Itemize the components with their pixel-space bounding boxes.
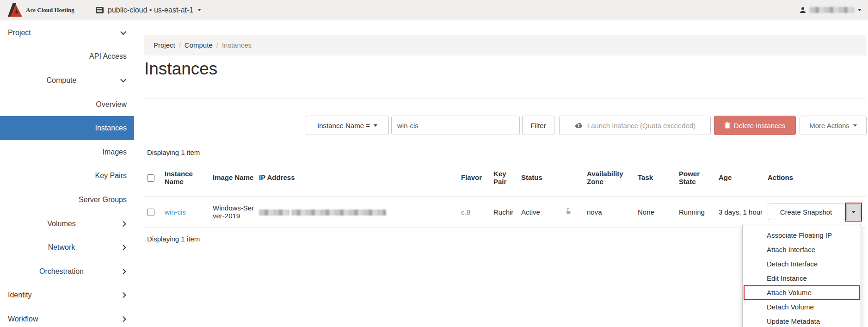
- sidebar-item-label: Workflow: [8, 315, 38, 323]
- list-icon: [96, 7, 104, 13]
- chevron-down-icon: [853, 124, 857, 127]
- col-header-task[interactable]: Task: [638, 159, 679, 196]
- menu-item-detach-volume[interactable]: Detach Volume: [743, 300, 861, 314]
- table-toolbar: Instance Name = Filter Launch Instance (…: [144, 116, 867, 135]
- launch-instance-label: Launch Instance (Quota exceeded): [587, 122, 696, 130]
- sidebar-item-label: Volumes: [47, 220, 75, 228]
- trash-icon: [725, 122, 730, 129]
- col-header-status[interactable]: Status: [521, 159, 565, 196]
- menu-item-attach-volume[interactable]: Attach Volume: [744, 285, 860, 300]
- cell-instance-name: win-cis: [165, 196, 213, 228]
- sidebar-item-label: Instances: [95, 124, 127, 132]
- filter-button[interactable]: Filter: [522, 116, 554, 135]
- brand-logo-icon: [6, 3, 23, 18]
- filter-button-label: Filter: [530, 122, 546, 130]
- sidebar-item-network[interactable]: Network: [0, 235, 134, 259]
- breadcrumb-compute[interactable]: Compute: [185, 41, 213, 49]
- breadcrumb-project[interactable]: Project: [154, 41, 175, 49]
- create-snapshot-button[interactable]: Create Snapshot: [768, 204, 844, 220]
- chevron-right-icon: [120, 245, 126, 251]
- col-header-age[interactable]: Age: [719, 159, 768, 196]
- sidebar-item-overview[interactable]: Overview: [0, 93, 134, 117]
- sidebar-item-images[interactable]: Images: [0, 140, 134, 164]
- filter-field-label: Instance Name =: [317, 122, 370, 130]
- annotation-highlight-caret: [845, 203, 862, 222]
- breadcrumb-current: Instances: [222, 41, 252, 49]
- sidebar-item-label: API Access: [89, 52, 127, 61]
- cell-lock-state: [565, 196, 587, 228]
- cell-availability-zone: nova: [587, 196, 638, 228]
- chevron-right-icon: [120, 221, 126, 227]
- user-menu[interactable]: [800, 7, 862, 13]
- row-actions-menu: Associate Floating IP Attach Interface D…: [742, 224, 861, 327]
- sidebar-item-label: Network: [48, 243, 75, 252]
- page-title: Instances: [144, 59, 217, 79]
- sidebar-item-label: Identity: [8, 291, 32, 299]
- select-all-checkbox[interactable]: [147, 174, 154, 182]
- col-header-key-pair[interactable]: Key Pair: [493, 159, 521, 196]
- sidebar-item-label: Orchestration: [39, 267, 84, 276]
- brand: Ace Cloud Hosting: [6, 3, 83, 18]
- menu-item-edit-instance[interactable]: Edit Instance: [743, 271, 861, 285]
- sidebar-item-compute[interactable]: Compute: [0, 68, 134, 93]
- chevron-down-icon: [120, 77, 126, 83]
- menu-item-update-metadata[interactable]: Update Metadata: [743, 314, 861, 327]
- sidebar-item-key-pairs[interactable]: Key Pairs: [0, 164, 134, 188]
- project-region-switcher[interactable]: public-cloud • us-east-at-1: [96, 6, 201, 14]
- menu-item-detach-interface[interactable]: Detach Interface: [743, 257, 861, 271]
- sidebar-item-identity[interactable]: Identity: [0, 284, 134, 308]
- flavor-link[interactable]: c.8: [461, 208, 470, 216]
- row-checkbox[interactable]: [147, 209, 154, 216]
- delete-instances-label: Delete Instances: [734, 122, 786, 130]
- col-header-actions: Actions: [768, 159, 867, 196]
- sidebar-item-label: Images: [103, 148, 127, 156]
- redacted-ipv4: [259, 210, 289, 216]
- cell-power-state: Running: [679, 196, 719, 228]
- menu-item-attach-interface[interactable]: Attach Interface: [743, 242, 861, 257]
- chevron-down-icon: [197, 9, 201, 11]
- divider: [144, 99, 867, 99]
- sidebar-item-volumes[interactable]: Volumes: [0, 212, 134, 236]
- filter-input[interactable]: [391, 116, 520, 135]
- menu-item-associate-floating-ip[interactable]: Associate Floating IP: [743, 228, 861, 242]
- sidebar-item-instances[interactable]: Instances: [0, 116, 134, 140]
- chevron-down-icon: [120, 29, 126, 35]
- sidebar-item-orchestration[interactable]: Orchestration: [0, 259, 134, 284]
- table-header-row: Instance Name Image Name IP Address Flav…: [144, 159, 867, 196]
- cell-image-name: Windows-Server-2019: [213, 196, 259, 228]
- sidebar-item-workflow[interactable]: Workflow: [0, 307, 134, 327]
- row-actions-toggle[interactable]: [846, 204, 861, 220]
- chevron-down-icon: [858, 9, 862, 11]
- select-all-header: [144, 159, 165, 196]
- sidebar-item-label: Overview: [96, 100, 127, 109]
- context-label: public-cloud • us-east-at-1: [108, 6, 193, 14]
- col-header-ip-address[interactable]: IP Address: [259, 159, 461, 196]
- delete-instances-button[interactable]: Delete Instances: [714, 116, 796, 135]
- cell-task: None: [638, 196, 679, 228]
- breadcrumb-separator: /: [216, 41, 218, 49]
- instance-link[interactable]: win-cis: [165, 208, 186, 216]
- instances-table: Instance Name Image Name IP Address Flav…: [144, 159, 867, 228]
- sidebar-item-label: Project: [8, 29, 31, 37]
- sidebar-item-server-groups[interactable]: Server Groups: [0, 188, 134, 212]
- sidebar-item-label: Key Pairs: [95, 172, 127, 180]
- cloud-upload-icon: [574, 122, 583, 129]
- filter-field-selector[interactable]: Instance Name =: [306, 116, 389, 135]
- col-header-flavor[interactable]: Flavor: [461, 159, 493, 196]
- cell-key-pair: Ruchir: [493, 196, 521, 228]
- col-header-instance-name[interactable]: Instance Name: [165, 159, 213, 196]
- more-actions-button[interactable]: More Actions: [800, 116, 867, 135]
- sidebar-item-label: Compute: [47, 76, 77, 85]
- sidebar-item-project[interactable]: Project: [0, 21, 134, 45]
- col-header-availability-zone[interactable]: Availability Zone: [587, 159, 638, 196]
- chevron-down-icon: [852, 211, 856, 213]
- cell-status: Active: [521, 196, 565, 228]
- col-header-power-state[interactable]: Power State: [679, 159, 719, 196]
- row-actions: Create Snapshot: [768, 203, 862, 222]
- launch-instance-button[interactable]: Launch Instance (Quota exceeded): [559, 116, 711, 135]
- col-header-image-name[interactable]: Image Name: [213, 159, 259, 196]
- cell-actions: Create Snapshot: [768, 196, 867, 228]
- chevron-down-icon: [374, 124, 377, 127]
- sidebar-item-api-access[interactable]: API Access: [0, 45, 134, 69]
- redacted-ipv6: [291, 210, 386, 216]
